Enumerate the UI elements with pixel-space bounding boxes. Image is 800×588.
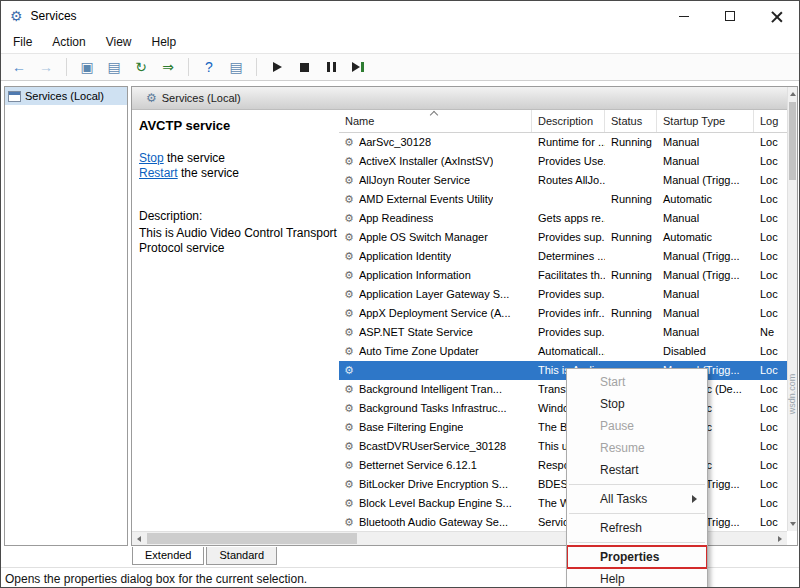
toolbar-separator: [256, 58, 257, 76]
vertical-scroll-thumb[interactable]: [789, 102, 796, 180]
cell-name: Bluetooth Audio Gateway Se...: [359, 513, 508, 532]
context-menu-item-help[interactable]: Help: [567, 568, 707, 588]
menu-action[interactable]: Action: [42, 31, 95, 53]
cell-name: Block Level Backup Engine S...: [359, 494, 512, 513]
close-button[interactable]: [753, 1, 799, 31]
table-row[interactable]: ⚙Base Filtering EngineThe Base Filt...Au…: [339, 418, 789, 437]
context-menu-item-all-tasks[interactable]: All Tasks: [567, 488, 707, 510]
toolbar-separator: [188, 58, 189, 76]
back-icon[interactable]: ←: [7, 56, 31, 78]
table-row[interactable]: ⚙App ReadinessGets apps re...ManualLoc: [339, 209, 789, 228]
start-service-icon[interactable]: [265, 56, 289, 78]
restart-service-icon[interactable]: [346, 56, 370, 78]
context-menu-item-stop[interactable]: Stop: [567, 393, 707, 415]
cell-name: BitLocker Drive Encryption S...: [359, 475, 508, 494]
cell-log-on-as: Loc: [754, 304, 789, 323]
maximize-button[interactable]: [707, 1, 753, 31]
service-gear-icon: ⚙: [344, 175, 354, 186]
context-menu-item-refresh[interactable]: Refresh: [567, 517, 707, 539]
table-row[interactable]: ⚙Bluetooth Audio Gateway Se...Service su…: [339, 513, 789, 532]
table-row[interactable]: ⚙Application InformationFacilitates th..…: [339, 266, 789, 285]
help-icon[interactable]: ?: [197, 56, 221, 78]
properties-icon[interactable]: ▤: [102, 56, 126, 78]
column-header-startup-type[interactable]: Startup Type: [657, 110, 754, 132]
table-row[interactable]: ⚙Background Tasks Infrastruc...Windows i…: [339, 399, 789, 418]
pause-service-icon[interactable]: [319, 56, 343, 78]
table-row[interactable]: ⚙Apple OS Switch ManagerProvides sup...R…: [339, 228, 789, 247]
result-pane-title: Services (Local): [162, 92, 241, 104]
cell-name: AppX Deployment Service (A...: [359, 304, 511, 323]
window-title: Services: [31, 9, 77, 23]
stop-link-suffix: the service: [164, 151, 225, 165]
tree-item-services-local[interactable]: Services (Local): [5, 87, 127, 105]
horizontal-scroll-thumb[interactable]: [147, 533, 357, 544]
table-row[interactable]: ⚙AppX Deployment Service (A...Provides i…: [339, 304, 789, 323]
column-header-description[interactable]: Description: [532, 110, 605, 132]
extended-detail-pane: AVCTP service Stop the service Restart t…: [132, 110, 339, 531]
table-row[interactable]: ⚙This is Audio...Manual (Trigg...Loc: [339, 361, 789, 380]
cell-name: Apple OS Switch Manager: [359, 228, 488, 247]
cell-name: AllJoyn Router Service: [359, 171, 470, 190]
services-list: ⚙AarSvc_30128Runtime for ...RunningManua…: [339, 133, 789, 532]
service-gear-icon: ⚙: [344, 308, 354, 319]
minimize-button[interactable]: [661, 1, 707, 31]
table-row[interactable]: ⚙Betternet Service 6.12.1Responsible...A…: [339, 456, 789, 475]
watermark: wsdn.com: [788, 374, 798, 415]
cell-log-on-as: Loc: [754, 190, 789, 209]
cell-name: Application Information: [359, 266, 471, 285]
scroll-left-button[interactable]: [132, 532, 146, 546]
scroll-up-button[interactable]: [788, 87, 798, 101]
column-header-status[interactable]: Status: [605, 110, 657, 132]
table-row[interactable]: ⚙BcastDVRUserService_30128This user ser.…: [339, 437, 789, 456]
scroll-down-button[interactable]: [788, 517, 798, 531]
column-header-log[interactable]: Log: [754, 110, 789, 132]
table-row[interactable]: ⚙BitLocker Drive Encryption S...BDESVC h…: [339, 475, 789, 494]
menu-view[interactable]: View: [96, 31, 142, 53]
table-row[interactable]: ⚙AarSvc_30128Runtime for ...RunningManua…: [339, 133, 789, 152]
table-row[interactable]: ⚙Block Level Backup Engine S...The WBENG…: [339, 494, 789, 513]
cell-log-on-as: Loc: [754, 266, 789, 285]
service-gear-icon: ⚙: [344, 194, 354, 205]
cell-description: Provides infr...: [532, 304, 605, 323]
console-tree-icon[interactable]: ▣: [75, 56, 99, 78]
cell-log-on-as: Loc: [754, 285, 789, 304]
tab-extended[interactable]: Extended: [132, 547, 204, 565]
menu-help[interactable]: Help: [142, 31, 187, 53]
cell-name: BcastDVRUserService_30128: [359, 437, 506, 456]
table-row[interactable]: ⚙ASP.NET State ServiceProvides sup...Man…: [339, 323, 789, 342]
cell-name: Betternet Service 6.12.1: [359, 456, 477, 475]
table-row[interactable]: ⚙ActiveX Installer (AxInstSV)Provides Us…: [339, 152, 789, 171]
context-menu-item-restart[interactable]: Restart: [567, 459, 707, 481]
cell-startup-type: Automatic: [657, 228, 754, 247]
cell-log-on-as: Loc: [754, 380, 789, 399]
close-icon: [771, 11, 782, 22]
extended-view-icon[interactable]: ▤: [224, 56, 248, 78]
refresh-icon[interactable]: ↻: [129, 56, 153, 78]
table-row[interactable]: ⚙AllJoyn Router ServiceRoutes AllJo...Ma…: [339, 171, 789, 190]
cell-name: App Readiness: [359, 209, 434, 228]
scroll-down-icon: [790, 522, 796, 526]
minimize-icon: [679, 16, 689, 17]
stop-service-link[interactable]: Stop: [139, 151, 164, 165]
scroll-right-button[interactable]: [773, 532, 787, 546]
table-row[interactable]: ⚙Application Layer Gateway S...Provides …: [339, 285, 789, 304]
export-list-icon[interactable]: ⇒: [156, 56, 180, 78]
forward-icon[interactable]: →: [34, 56, 58, 78]
cell-description: Provides sup...: [532, 323, 605, 342]
menu-file[interactable]: File: [3, 31, 42, 53]
table-row[interactable]: ⚙AMD External Events UtilityRunningAutom…: [339, 190, 789, 209]
cell-name: ASP.NET State Service: [359, 323, 473, 342]
table-row[interactable]: ⚙Background Intelligent Tran...Transfers…: [339, 380, 789, 399]
restart-service-link[interactable]: Restart: [139, 166, 178, 180]
tree-item-label: Services (Local): [25, 90, 104, 102]
stop-service-icon[interactable]: [292, 56, 316, 78]
cell-description: [532, 190, 605, 209]
table-row[interactable]: ⚙Auto Time Zone UpdaterAutomaticall...Di…: [339, 342, 789, 361]
cell-name: Base Filtering Engine: [359, 418, 464, 437]
table-row[interactable]: ⚙Application IdentityDetermines ...Manua…: [339, 247, 789, 266]
cell-description: Automaticall...: [532, 342, 605, 361]
context-menu-item-properties[interactable]: Properties: [567, 546, 707, 568]
cell-startup-type: Manual: [657, 133, 754, 152]
tab-standard[interactable]: Standard: [206, 547, 277, 565]
vertical-scrollbar[interactable]: [787, 87, 797, 531]
